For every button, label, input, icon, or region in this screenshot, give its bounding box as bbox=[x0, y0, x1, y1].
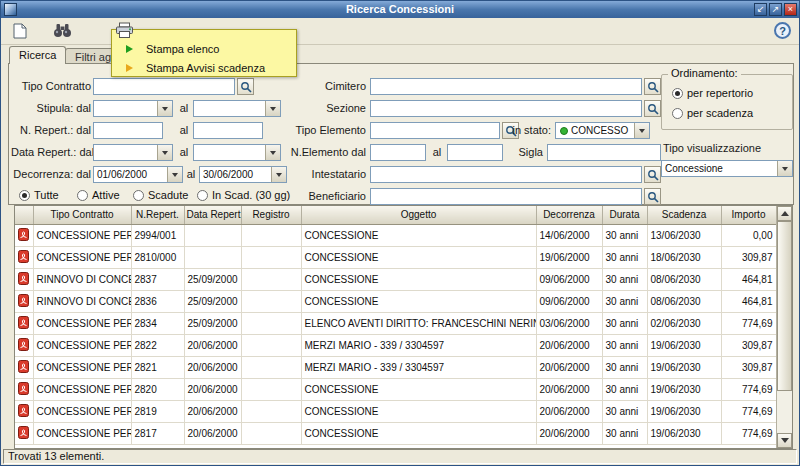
menu-item-stampa-avvisi[interactable]: Stampa Avvisi scadenza bbox=[112, 58, 296, 77]
table-row[interactable]: RINNOVO DI CONCESS283725/09/2000CONCESSI… bbox=[15, 268, 776, 290]
vertical-scrollbar[interactable] bbox=[776, 206, 792, 448]
tipo-elemento-input[interactable] bbox=[370, 122, 500, 139]
stipula-dal-combo[interactable] bbox=[93, 100, 173, 117]
scroll-up-icon[interactable] bbox=[777, 206, 792, 221]
cell-importo: 774,69 bbox=[721, 400, 776, 422]
scroll-down-icon[interactable] bbox=[777, 433, 792, 448]
binoculars-icon bbox=[53, 23, 72, 40]
n-repert-al-input[interactable] bbox=[193, 122, 263, 139]
restore-icon[interactable]: ↗ bbox=[769, 3, 782, 16]
decorrenza-dal-combo[interactable]: 01/06/2000 bbox=[93, 166, 183, 183]
menu-item-stampa-elenco[interactable]: Stampa elenco bbox=[112, 39, 296, 58]
tipo-contratto-input[interactable] bbox=[93, 78, 235, 95]
cell-oggetto: CONCESSIONE bbox=[301, 400, 536, 422]
new-document-icon bbox=[13, 23, 27, 41]
printer-icon bbox=[115, 22, 134, 41]
col-scadenza[interactable]: Scadenza bbox=[647, 206, 721, 224]
help-button[interactable]: ? bbox=[774, 22, 791, 39]
cell-oggetto: CONCESSIONE bbox=[301, 268, 536, 290]
close-icon[interactable]: × bbox=[784, 3, 797, 16]
chevron-down-icon[interactable] bbox=[634, 123, 649, 138]
title-bar[interactable]: Ricerca Concessioni ↙ ↗ × bbox=[1, 1, 799, 18]
sezione-label: Sezione bbox=[259, 100, 366, 117]
cell-nrepert: 2837 bbox=[131, 268, 184, 290]
table-row[interactable]: CONCESSIONE PER LO283425/09/2000ELENCO A… bbox=[15, 312, 776, 334]
table-row[interactable]: CONCESSIONE PER LO282020/06/2000CONCESSI… bbox=[15, 378, 776, 400]
data-repert-dal-label: Data Repert.: dal bbox=[11, 144, 91, 161]
col-durata[interactable]: Durata bbox=[602, 206, 647, 224]
tipo-visualizzazione-combo[interactable]: Concessione bbox=[661, 160, 793, 177]
table-row[interactable]: CONCESSIONE PER LO282220/06/2000MERZI MA… bbox=[15, 334, 776, 356]
radio-scadute[interactable]: Scadute bbox=[133, 188, 188, 202]
n-elemento-dal-input[interactable] bbox=[370, 144, 426, 161]
radio-per-scadenza[interactable]: per scadenza bbox=[672, 106, 753, 120]
table-row[interactable]: RINNOVO DI CONCESS283625/09/2000CONCESSI… bbox=[15, 290, 776, 312]
n-elemento-al-input[interactable] bbox=[447, 144, 503, 161]
col-data-repert[interactable]: Data Repert. bbox=[184, 206, 241, 224]
scrollbar-thumb[interactable] bbox=[777, 221, 792, 391]
sezione-input[interactable] bbox=[370, 100, 642, 117]
cell-durata: 30 anni bbox=[602, 378, 647, 400]
cell-oggetto: CONCESSIONE bbox=[301, 378, 536, 400]
cell-importo: 309,87 bbox=[721, 246, 776, 268]
status-green-icon bbox=[560, 127, 568, 135]
radio-attive[interactable]: Attive bbox=[77, 188, 120, 202]
sezione-search-button[interactable] bbox=[644, 100, 661, 117]
beneficiario-search-button[interactable] bbox=[644, 188, 661, 205]
cell-scadenza: 13/06/2030 bbox=[647, 224, 721, 246]
cell-registro bbox=[241, 312, 301, 334]
print-button[interactable] bbox=[111, 20, 137, 43]
col-oggetto[interactable]: Oggetto bbox=[301, 206, 536, 224]
cell-scadenza: 19/06/2030 bbox=[647, 378, 721, 400]
col-icon[interactable] bbox=[15, 206, 33, 224]
document-icon bbox=[15, 312, 33, 334]
table-row[interactable]: CONCESSIONE PER LO2994/001CONCESSIONE14/… bbox=[15, 224, 776, 246]
table-row[interactable]: CONCESSIONE PER LO281920/06/2000CONCESSI… bbox=[15, 400, 776, 422]
table-row[interactable]: CONCESSIONE PER LO282120/06/2000MERZI MA… bbox=[15, 356, 776, 378]
n-repert-dal-input[interactable] bbox=[93, 122, 163, 139]
table-row[interactable]: CONCESSIONE PER LO281720/06/2000CONCESSI… bbox=[15, 422, 776, 444]
cimitero-search-button[interactable] bbox=[644, 78, 661, 95]
tipo-contratto-search-button[interactable] bbox=[237, 78, 254, 95]
minimize-icon[interactable]: ↙ bbox=[754, 3, 767, 16]
chevron-down-icon[interactable] bbox=[157, 101, 172, 116]
table-row[interactable]: CONCESSIONE PER LO2810/000CONCESSIONE19/… bbox=[15, 246, 776, 268]
data-repert-dal-combo[interactable] bbox=[93, 144, 173, 161]
cell-nrepert: 2836 bbox=[131, 290, 184, 312]
cell-tipo: RINNOVO DI CONCESS bbox=[33, 290, 131, 312]
cimitero-input[interactable] bbox=[370, 78, 642, 95]
cell-oggetto: CONCESSIONE bbox=[301, 224, 536, 246]
cell-decorrenza: 03/06/2000 bbox=[536, 312, 602, 334]
col-registro[interactable]: Registro bbox=[241, 206, 301, 224]
cell-data_repert: 25/09/2000 bbox=[184, 268, 241, 290]
decorrenza-dal-label: Decorrenza: dal bbox=[11, 166, 91, 183]
cell-decorrenza: 20/06/2000 bbox=[536, 422, 602, 444]
cell-oggetto: MERZI MARIO - 339 / 3304597 bbox=[301, 356, 536, 378]
chevron-down-icon[interactable] bbox=[157, 145, 172, 160]
in-stato-label: in stato: bbox=[509, 122, 551, 139]
tab-ricerca[interactable]: Ricerca bbox=[9, 46, 66, 64]
cell-data_repert: 20/06/2000 bbox=[184, 356, 241, 378]
col-tipo-contratto[interactable]: Tipo Contratto bbox=[33, 206, 131, 224]
magnifier-icon bbox=[647, 191, 659, 203]
cell-decorrenza: 20/06/2000 bbox=[536, 334, 602, 356]
new-document-button[interactable] bbox=[7, 20, 33, 43]
stato-combo[interactable]: CONCESSO bbox=[555, 122, 650, 139]
col-importo[interactable]: Importo bbox=[721, 206, 776, 224]
sigla-input[interactable] bbox=[547, 144, 661, 161]
col-decorrenza[interactable]: Decorrenza bbox=[536, 206, 602, 224]
cell-oggetto: CONCESSIONE bbox=[301, 422, 536, 444]
cell-tipo: CONCESSIONE PER LO bbox=[33, 224, 131, 246]
beneficiario-input[interactable] bbox=[370, 188, 642, 205]
chevron-down-icon[interactable] bbox=[167, 167, 182, 182]
chevron-down-icon[interactable] bbox=[777, 161, 792, 176]
magnifier-icon bbox=[647, 169, 659, 181]
radio-tutte[interactable]: Tutte bbox=[19, 188, 59, 202]
search-button[interactable] bbox=[49, 20, 75, 43]
intestatario-input[interactable] bbox=[370, 166, 642, 183]
cell-oggetto: ELENCO AVENTI DIRITTO: FRANCESCHINI NERI… bbox=[301, 312, 536, 334]
radio-per-repertorio[interactable]: per repertorio bbox=[672, 86, 753, 100]
intestatario-search-button[interactable] bbox=[644, 166, 661, 183]
col-n-repert[interactable]: N.Repert. bbox=[131, 206, 184, 224]
al-label: al bbox=[430, 144, 444, 161]
